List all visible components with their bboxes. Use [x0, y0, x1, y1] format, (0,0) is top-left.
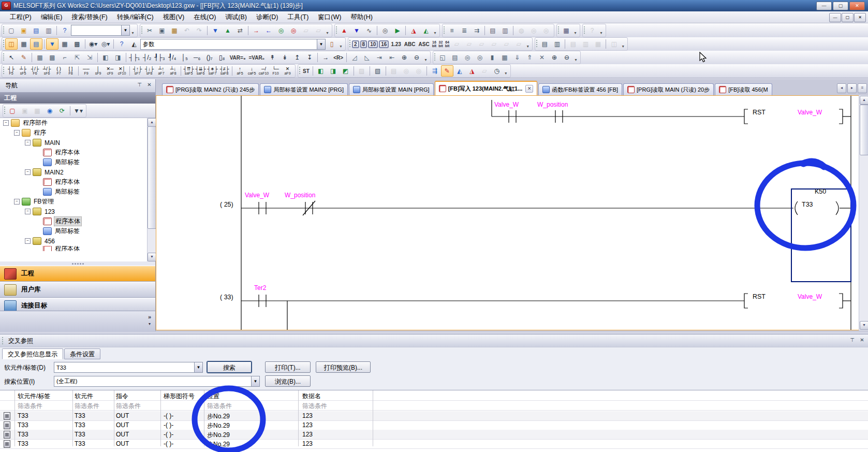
list-display-icon[interactable]: ▤: [388, 65, 400, 77]
menu-item-9[interactable]: 窗口(W): [313, 12, 346, 23]
document-tab-3[interactable]: [FB]写入 123(MAIN2.气缸1...✕: [435, 81, 538, 95]
toolbar-overflow-icon[interactable]: ▾: [572, 25, 578, 36]
display-real-button[interactable]: 1.23: [389, 41, 402, 47]
grid-interlock-icon[interactable]: ▦: [34, 52, 46, 63]
edit-block-2-icon[interactable]: ▤: [449, 52, 461, 63]
toolbar-overflow-icon[interactable]: ▾: [620, 38, 626, 50]
nav-pin-icon[interactable]: ⊤: [136, 81, 143, 89]
table-cell-row3-col0[interactable]: T33: [18, 440, 28, 447]
comment-mark-icon[interactable]: ◧: [99, 52, 112, 63]
device-batch-icon[interactable]: ▩: [71, 38, 83, 50]
combo-arrow-icon[interactable]: ▼: [251, 376, 259, 386]
panel-splitter[interactable]: [0, 261, 155, 266]
menu-item-8[interactable]: 工具(T): [283, 12, 313, 23]
document-tab-6[interactable]: [FB]读取 456(M: [715, 83, 772, 95]
note-check-icon[interactable]: ◎: [540, 25, 552, 36]
document-tab-5[interactable]: [PRG]读取 MAIN (只读) 20步: [623, 83, 714, 95]
zoom-out-icon[interactable]: ⊖: [410, 52, 423, 63]
tree-expander-icon[interactable]: −: [14, 199, 20, 205]
contact-close-icon[interactable]: ┤/₂: [141, 52, 153, 63]
tree-item-MAIN2-5[interactable]: −MAIN2: [0, 167, 147, 177]
column-header-4[interactable]: 位置: [207, 392, 219, 401]
select-mode-icon[interactable]: ↖: [5, 52, 18, 63]
melsoft-help-icon[interactable]: ?: [586, 25, 598, 36]
change-clock-icon[interactable]: ◷: [491, 65, 503, 77]
device-comment-tool-icon[interactable]: ▨: [356, 65, 368, 77]
device-search-red-icon[interactable]: ◎: [287, 25, 300, 36]
pulse-rise-or-icon[interactable]: ↥: [291, 52, 303, 63]
grid-wire-icon[interactable]: ▩: [46, 52, 58, 63]
document-tab-4[interactable]: 函数/FB标签设置 456 [FB]: [538, 83, 622, 95]
var-read-button[interactable]: =VAR₀: [247, 55, 266, 61]
xref-tab-0[interactable]: 交叉参照信息显示: [2, 348, 63, 359]
filter-cell-1[interactable]: 筛选条件: [75, 402, 99, 411]
tab-scroll-left-icon[interactable]: ◂: [837, 83, 846, 93]
parameter-jump-icon[interactable]: ⇱: [71, 52, 83, 63]
ladder-symbol-sF7-button[interactable]: ┤↑├sF7: [131, 65, 143, 77]
module-configuration-icon[interactable]: ▦: [18, 38, 30, 50]
intelligent-module-icon[interactable]: ▦: [560, 25, 572, 36]
ladder-symbol-saF6-button[interactable]: ┤⇊├saF6: [195, 65, 207, 77]
line-statement-list-icon[interactable]: ▤: [567, 38, 579, 50]
word-16bit-button[interactable]: 16bit: [431, 40, 438, 48]
device-comment-display-icon[interactable]: ▼: [46, 38, 58, 50]
sort-down-icon[interactable]: ⇓: [511, 52, 523, 63]
scroll-up-icon[interactable]: ▲: [860, 96, 868, 105]
maximize-button[interactable]: ▢: [833, 2, 848, 10]
table-cell-row1-col3[interactable]: -( )-: [164, 421, 173, 429]
write-mode-tool-icon[interactable]: ◎: [413, 65, 425, 77]
tree-item-局部标签-11[interactable]: 局部标签: [0, 226, 147, 236]
scroll-down-icon[interactable]: ▼: [860, 321, 868, 330]
close-button[interactable]: ✕: [849, 2, 865, 10]
find-contact-coil-icon[interactable]: ◭: [453, 65, 466, 77]
menu-item-5[interactable]: 在线(O): [189, 12, 220, 23]
write-to-plc-icon[interactable]: ▼: [209, 25, 222, 36]
column-header-1[interactable]: 软元件: [75, 392, 93, 401]
table-cell-row2-col0[interactable]: T33: [18, 431, 28, 438]
table-cell-row0-col5[interactable]: 123: [302, 412, 313, 419]
zoom-in-icon[interactable]: ⊕: [398, 52, 410, 63]
label-tool-1-icon[interactable]: ◧: [315, 65, 327, 77]
device-tool-5-icon[interactable]: ▱: [500, 38, 512, 50]
edit-pencil-icon[interactable]: ✎: [18, 52, 30, 63]
menu-item-0[interactable]: 工程(P): [5, 12, 36, 23]
find-in-project-icon[interactable]: ◭: [128, 38, 140, 50]
table-cell-row0-col0[interactable]: T33: [18, 412, 28, 419]
minimize-button[interactable]: —: [816, 2, 832, 10]
statement-edit-icon[interactable]: ▥: [551, 38, 563, 50]
pulse-rise-icon[interactable]: ↟: [266, 52, 278, 63]
menu-item-10[interactable]: 帮助(H): [346, 12, 377, 23]
menu-item-6[interactable]: 调试(B): [220, 12, 252, 23]
chevron-down-icon[interactable]: ▾: [149, 322, 151, 326]
ladder-wrap-icon[interactable]: ⇥: [373, 52, 386, 63]
chevron-expand-icon[interactable]: »: [148, 314, 151, 320]
ladder-symbol-cF10-button[interactable]: ✕│cF10: [116, 65, 128, 77]
read-from-plc-icon[interactable]: ▲: [222, 25, 234, 36]
display-format-menu-icon[interactable]: ◉▾: [87, 38, 99, 50]
zoom-in-2-icon[interactable]: ⊕: [548, 52, 561, 63]
tree-expander-icon[interactable]: −: [3, 120, 9, 126]
contact-open-icon[interactable]: ┤├₁: [128, 52, 141, 63]
device-tool-6-icon[interactable]: ▱: [512, 38, 525, 50]
tree-item-程序-1[interactable]: −程序: [0, 128, 147, 138]
ladder-symbol-aF7-button[interactable]: ┴↑aF7: [155, 65, 167, 77]
scroll-up-icon[interactable]: ▲: [148, 118, 156, 127]
label-tool-2-icon[interactable]: ◨: [327, 65, 340, 77]
nav-paste-icon[interactable]: ▦: [31, 105, 43, 116]
combo-arrow-icon[interactable]: ▼: [317, 39, 325, 49]
filter-cell-0[interactable]: 筛选条件: [18, 402, 42, 411]
tree-item-456-12[interactable]: −456: [0, 236, 147, 246]
tree-item-MAIN-2[interactable]: −MAIN: [0, 138, 147, 148]
display-decimal-button[interactable]: 10: [368, 40, 378, 48]
return-pointer-button[interactable]: <R>: [332, 55, 345, 61]
work-list-icon[interactable]: ▤: [30, 38, 42, 50]
free-draw-icon[interactable]: ◿: [348, 52, 361, 63]
table-cell-row3-col1[interactable]: T33: [75, 440, 85, 447]
parameter-check-icon[interactable]: ▥: [499, 25, 511, 36]
ladder-symbol-caF5-button[interactable]: ↓caF5: [246, 65, 258, 77]
project-tree-scrollbar[interactable]: ▲ ▼: [147, 118, 156, 261]
ladder-symbol-sF6-button[interactable]: ┴/├sF6: [41, 65, 53, 77]
device-search-green-icon[interactable]: ◎: [275, 25, 287, 36]
filter-cell-4[interactable]: 筛选条件: [207, 402, 232, 411]
tree-item-123-9[interactable]: −123: [0, 207, 147, 216]
